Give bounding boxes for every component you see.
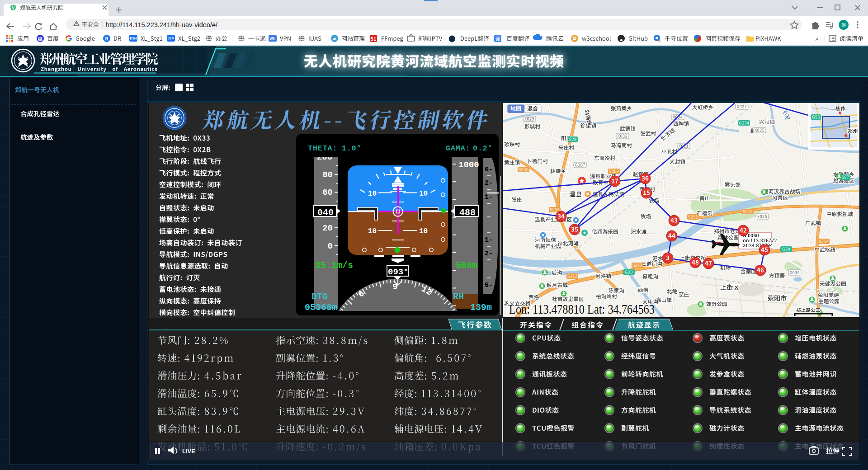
svg-text:0.2°: 0.2° [473, 144, 493, 153]
svg-text:35.1m/s: 35.1m/s [315, 260, 353, 271]
svg-text:2-: 2- [485, 179, 493, 187]
svg-text:GAMA:: GAMA: [446, 144, 471, 153]
svg-text:1.0°: 1.0° [342, 144, 362, 153]
svg-text:THETA:: THETA: [308, 144, 337, 153]
svg-text:RH: RH [453, 291, 464, 302]
svg-text:566m: 566m [456, 260, 477, 271]
svg-text:1000: 1000 [458, 160, 479, 170]
svg-text:10: 10 [368, 190, 377, 198]
svg-text:LIVE: LIVE [182, 448, 195, 455]
svg-text:6-: 6- [485, 282, 493, 289]
svg-text:10: 10 [368, 227, 377, 235]
svg-text:040: 040 [317, 207, 334, 218]
svg-text:05368m: 05368m [305, 302, 337, 313]
svg-text:http://114.115.223.241/hh-uav-: http://114.115.223.241/hh-uav-video/#/ [106, 21, 218, 28]
svg-text:6-: 6- [485, 166, 493, 174]
svg-text:488: 488 [459, 207, 476, 218]
svg-text:DTG: DTG [311, 291, 328, 302]
svg-text:80: 80 [322, 170, 333, 180]
svg-text:60: 60 [322, 188, 333, 197]
svg-text:9: 9 [392, 282, 397, 292]
svg-text:10: 10 [419, 227, 428, 235]
svg-text:0: 0 [328, 241, 333, 251]
svg-text:Lon: 113.478810 Lat: 34.764563: Lon: 113.478810 Lat: 34.764563 [509, 302, 655, 316]
svg-text:1-: 1- [485, 193, 493, 201]
svg-text:139m: 139m [470, 302, 492, 313]
svg-text:1-: 1- [485, 236, 493, 244]
svg-text:20: 20 [322, 223, 333, 233]
svg-text:093°: 093° [388, 267, 409, 277]
svg-text:2-: 2- [485, 250, 493, 258]
svg-text:10: 10 [419, 190, 428, 198]
